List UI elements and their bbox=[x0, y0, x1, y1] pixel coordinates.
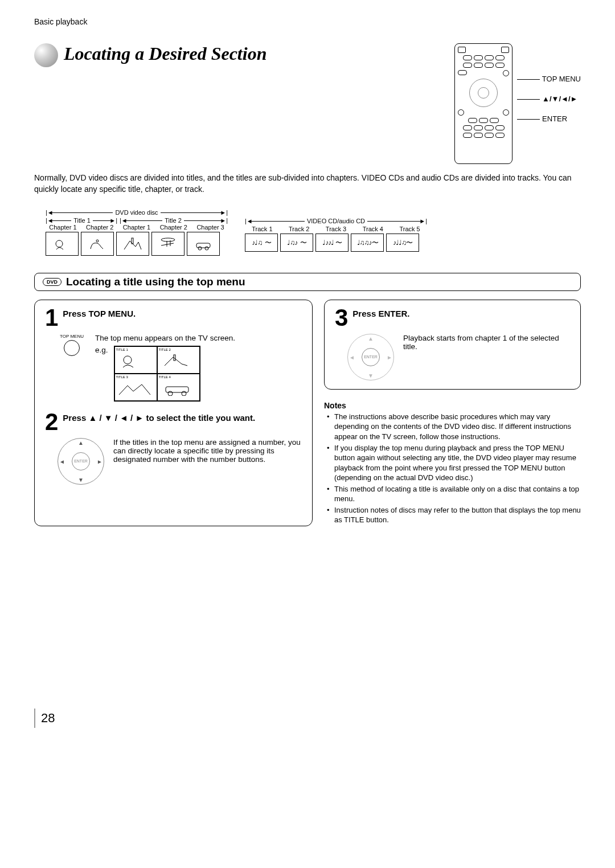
page-number: 28 bbox=[34, 709, 64, 728]
step-number: 3 bbox=[335, 308, 348, 328]
step-body: Playback starts from chapter 1 of the se… bbox=[403, 334, 570, 351]
chapter-thumb bbox=[187, 232, 220, 256]
step-title: Press ▲ / ▼ / ◄ / ► to select the title … bbox=[63, 413, 255, 431]
example-label: e.g. bbox=[95, 346, 108, 354]
step-number: 1 bbox=[45, 308, 58, 328]
svg-point-7 bbox=[124, 356, 132, 364]
svg-rect-8 bbox=[174, 355, 175, 361]
track-thumb: ♪♩♫ 〜 bbox=[245, 234, 278, 252]
track-thumb: ♩♫♪ 〜 bbox=[280, 234, 313, 252]
remote-label-arrows: ▲/▼/◄/► bbox=[542, 95, 577, 103]
page-title: Locating a Desired Section bbox=[64, 43, 266, 64]
step-number: 2 bbox=[45, 412, 58, 432]
note-item: This method of locating a title is avail… bbox=[330, 484, 581, 504]
svg-point-0 bbox=[56, 240, 63, 247]
cd-disc-diagram: |◄ VIDEO CD/audio CD ►| Track 1 Track 2 … bbox=[245, 218, 427, 256]
chapter-thumb bbox=[81, 232, 114, 256]
step-title: Press TOP MENU. bbox=[63, 309, 136, 327]
chapter-thumb bbox=[151, 232, 184, 256]
note-item: Instruction notes of discs may refer to … bbox=[330, 505, 581, 525]
svg-point-6 bbox=[205, 247, 208, 250]
chapter-thumb bbox=[46, 232, 79, 256]
svg-point-3 bbox=[161, 238, 175, 241]
remote-label-topmenu: TOP MENU bbox=[542, 75, 581, 83]
dvd-badge: DVD bbox=[43, 278, 62, 286]
svg-point-5 bbox=[198, 247, 202, 250]
notes-heading: Notes bbox=[324, 401, 581, 410]
notes-list: The instructions above describe basic pr… bbox=[324, 412, 581, 526]
remote-control-diagram bbox=[454, 43, 512, 164]
remote-label-enter: ENTER bbox=[542, 114, 567, 123]
dvd-disc-diagram: |◄ DVD video disc ►| |◄ Title 1 ►| |◄ Ti… bbox=[46, 209, 228, 256]
track-thumb: ♩♫♫♪〜 bbox=[351, 234, 384, 252]
svg-point-11 bbox=[182, 391, 186, 396]
track-thumb: ♩♪♪♩ 〜 bbox=[315, 234, 348, 252]
step-body: If the titles in the top menu are assign… bbox=[113, 438, 302, 464]
step-body: The top menu appears on the TV screen. bbox=[95, 334, 302, 342]
chapter-thumb bbox=[116, 232, 149, 256]
svg-point-1 bbox=[96, 240, 99, 242]
svg-rect-2 bbox=[132, 238, 133, 244]
section-heading-bar: DVD Locating a title using the top menu bbox=[34, 273, 581, 291]
step-title: Press ENTER. bbox=[352, 309, 409, 327]
intro-paragraph: Normally, DVD video discs are divided in… bbox=[34, 173, 581, 195]
page-header: Basic playback bbox=[34, 17, 581, 26]
note-item: If you display the top menu during playb… bbox=[330, 443, 581, 483]
top-menu-button-icon: TOP MENU bbox=[58, 334, 86, 356]
svg-point-10 bbox=[168, 391, 173, 396]
dpad-icon: ▲▼◄► bbox=[58, 438, 104, 485]
example-menu-diagram: TITLE 1 TITLE 2 TITLE 3 TITLE 4 bbox=[114, 346, 200, 402]
track-thumb: ♪♩♩♫〜 bbox=[386, 234, 419, 252]
note-item: The instructions above describe basic pr… bbox=[330, 412, 581, 442]
sphere-bullet-icon bbox=[34, 43, 58, 67]
dpad-enter-icon: ▲▼◄► bbox=[347, 334, 394, 380]
